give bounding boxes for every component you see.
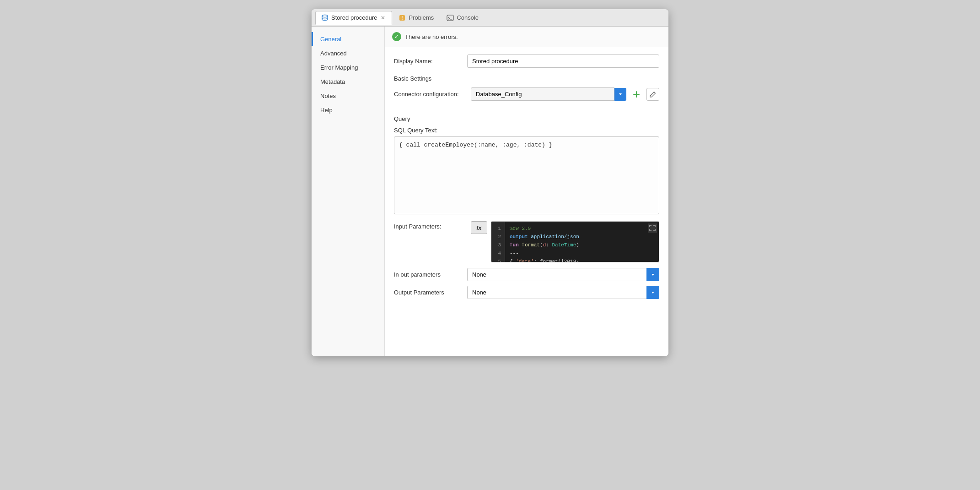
connector-config-row: Connector configuration: Database_Config <box>394 87 659 101</box>
query-section: Query SQL Query Text: Input Parameters: … <box>385 115 668 311</box>
line-num-3: 3 <box>495 241 501 249</box>
connector-config-label: Connector configuration: <box>394 91 467 98</box>
display-name-section: Display Name: Basic Settings Connector c… <box>385 47 668 115</box>
svg-rect-3 <box>447 15 453 21</box>
edit-connector-btn[interactable] <box>646 88 659 101</box>
tab-stored-procedure[interactable]: Stored procedure ✕ <box>315 11 392 25</box>
in-out-params-row: In out parameters None <box>394 268 659 281</box>
code-line-2: output application/json <box>510 233 654 241</box>
status-bar: ✓ There are no errors. <box>385 27 668 47</box>
main-panel: ✓ There are no errors. Display Name: Bas… <box>385 27 668 356</box>
fx-button[interactable]: fx <box>471 221 487 234</box>
line-num-1: 1 <box>495 224 501 233</box>
tab-stored-procedure-label: Stored procedure <box>331 14 377 21</box>
output-params-select[interactable]: None <box>467 286 659 299</box>
code-content: %dw 2.0 output application/json fun form… <box>505 222 659 262</box>
output-params-row: Output Parameters None <box>394 286 659 299</box>
svg-rect-6 <box>633 94 640 95</box>
code-line-1: %dw 2.0 <box>510 224 654 233</box>
sidebar-item-help[interactable]: Help <box>312 103 384 117</box>
in-out-params-select[interactable]: None <box>467 268 659 281</box>
main-window: Stored procedure ✕ ! Problems Console <box>312 9 668 356</box>
in-out-params-label: In out parameters <box>394 271 467 278</box>
sidebar-item-error-mapping[interactable]: Error Mapping <box>312 60 384 75</box>
tab-problems-label: Problems <box>409 14 434 21</box>
input-params-label: Input Parameters: <box>394 221 467 230</box>
content-area: General Advanced Error Mapping Metadata … <box>312 27 668 356</box>
in-out-params-wrapper: None <box>467 268 659 281</box>
tab-console-label: Console <box>457 14 479 21</box>
display-name-label: Display Name: <box>394 58 467 65</box>
tab-problems[interactable]: ! Problems <box>393 11 439 24</box>
sidebar: General Advanced Error Mapping Metadata … <box>312 27 385 356</box>
tab-bar: Stored procedure ✕ ! Problems Console <box>312 9 668 27</box>
sidebar-item-general[interactable]: General <box>312 32 384 46</box>
sql-editor[interactable] <box>394 136 659 214</box>
output-params-label: Output Parameters <box>394 289 467 296</box>
warning-icon: ! <box>398 14 406 22</box>
sidebar-item-advanced[interactable]: Advanced <box>312 46 384 60</box>
connector-dropdown-btn[interactable] <box>614 88 626 101</box>
console-icon <box>447 14 454 22</box>
sidebar-item-notes[interactable]: Notes <box>312 89 384 103</box>
display-name-row: Display Name: <box>394 54 659 68</box>
code-line-3: fun format(d: DateTime) <box>510 241 654 249</box>
connector-select-wrapper: Database_Config <box>471 87 626 101</box>
line-num-5: 5 <box>495 257 501 262</box>
db-icon <box>321 14 328 22</box>
add-connector-btn[interactable] <box>630 88 643 101</box>
display-name-input[interactable] <box>467 54 659 68</box>
tab-close-btn[interactable]: ✕ <box>380 15 386 21</box>
status-icon: ✓ <box>392 32 401 41</box>
code-editor-box[interactable]: 1 2 3 4 5 %dw 2.0 output application/jso… <box>491 221 659 262</box>
code-expand-btn[interactable] <box>648 223 657 233</box>
line-num-4: 4 <box>495 249 501 257</box>
sql-label: SQL Query Text: <box>394 127 659 134</box>
input-params-row: Input Parameters: fx 1 2 3 4 5 <box>394 221 659 262</box>
tab-console[interactable]: Console <box>441 11 484 24</box>
svg-text:!: ! <box>402 16 403 21</box>
svg-point-0 <box>322 15 328 17</box>
line-num-2: 2 <box>495 233 501 241</box>
output-params-wrapper: None <box>467 286 659 299</box>
sidebar-item-metadata[interactable]: Metadata <box>312 75 384 89</box>
query-title: Query <box>394 115 659 122</box>
code-line-4: --- <box>510 249 654 257</box>
status-message: There are no errors. <box>405 33 458 40</box>
basic-settings-title: Basic Settings <box>394 75 659 82</box>
code-line-5: { 'date': format(|2019-... <box>510 257 654 262</box>
line-numbers: 1 2 3 4 5 <box>491 222 505 262</box>
connector-config-select[interactable]: Database_Config <box>471 87 614 101</box>
code-editor-inner: 1 2 3 4 5 %dw 2.0 output application/jso… <box>491 222 659 262</box>
